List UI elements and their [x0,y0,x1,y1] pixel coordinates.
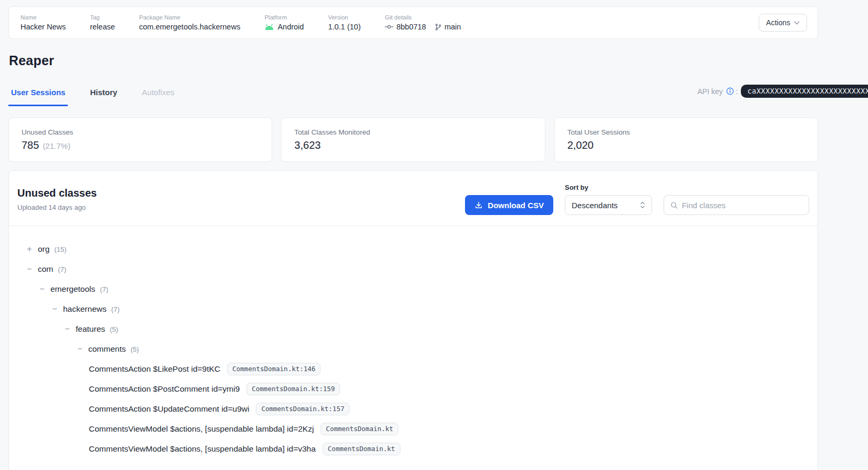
field-value: Hacker News [20,23,66,31]
tab-user-sessions[interactable]: User Sessions [8,88,68,106]
field-value-text: Hacker News [20,23,66,31]
package-name: features [76,324,105,334]
build-info-field: Package Namecom.emergetools.hackernews [139,14,241,31]
source-file-badge[interactable]: CommentsDomain.kt:157 [256,403,349,415]
android-icon [264,24,274,30]
stat-card: Total Classes Monitored3,623 [281,117,545,162]
tab-autofixes[interactable]: Autofixes [139,88,177,106]
source-file-badge[interactable]: CommentsDomain.kt [321,423,398,435]
field-value: release [90,23,115,31]
source-file-badge[interactable]: CommentsDomain.kt [323,443,400,455]
download-icon [474,201,483,209]
class-name: CommentsAction $UpdateComment id=u9wi [89,404,249,414]
download-csv-button[interactable]: Download CSV [465,195,553,215]
class-name: CommentsViewModel $actions, [suspendable… [89,444,316,454]
panel-title-block: Unused classes Uploaded 14 days ago [17,187,97,211]
collapse-toggle-icon[interactable]: − [38,284,46,294]
class-name: CommentsAction $PostComment id=ymi9 [89,384,240,394]
tree-leaf-row: CommentsAction $PostComment id=ymi9Comme… [26,379,809,399]
stat-suffix: (21.7%) [43,141,70,150]
download-csv-label: Download CSV [488,201,544,210]
field-label: Platform [264,14,304,21]
git-commit-hash: 8bb0718 [396,23,426,31]
tree-leaf-row: CommentsViewModel $actions, [suspendable… [26,419,809,439]
field-value: Android [264,23,304,31]
tab-history[interactable]: History [87,88,120,106]
tree-branch-row: −com(7) [26,259,809,279]
field-label: Git details [385,14,461,21]
expand-toggle-icon[interactable]: + [26,244,33,254]
field-value-text: Android [277,23,304,31]
git-branch-icon [435,23,442,31]
field-value-text: com.emergetools.hackernews [139,23,241,31]
descendant-count: (7) [100,285,108,293]
build-info-fields: NameHacker NewsTagreleasePackage Namecom… [20,14,461,31]
tree-leaf-row: CommentsViewModel $actions, [suspendable… [26,439,809,459]
tree-branch-row: −emergetools(7) [26,279,809,299]
field-label: Tag [90,14,115,21]
class-name: CommentsViewModel $actions, [suspendable… [89,424,314,434]
panel-header: Unused classes Uploaded 14 days ago Down… [9,171,818,226]
tree-leaf-row: CommentsAction $LikePost id=9tKCComments… [26,359,809,379]
find-classes-search[interactable] [664,195,809,215]
package-name: comments [88,344,126,354]
tree-branch-row: −hackernews(7) [26,299,809,319]
panel-subtitle: Uploaded 14 days ago [17,203,97,211]
build-info-field: Version1.0.1 (10) [328,14,360,31]
api-key-colon: : [736,87,738,96]
stat-label: Total User Sessions [567,128,805,136]
collapse-toggle-icon[interactable]: − [51,304,58,314]
build-info-field: NameHacker News [20,14,66,31]
collapse-toggle-icon[interactable]: − [76,344,84,354]
stat-card: Unused Classes785(21.7%) [8,117,272,162]
descendant-count: (5) [131,345,139,353]
sort-group: Sort by Descendants [565,183,652,215]
stat-label: Total Classes Monitored [294,128,532,136]
tree-leaf-row: CommentsAction $UpdateComment id=u9wiCom… [26,399,809,419]
sort-by-label: Sort by [565,183,652,191]
sort-select[interactable]: Descendants [565,195,652,215]
panel-controls: Download CSV Sort by Descendants [465,183,809,215]
descendant-count: (15) [54,246,66,253]
actions-button[interactable]: Actions [759,14,807,32]
search-input[interactable] [682,201,802,210]
tree-branch-row: −comments(5) [26,339,809,359]
git-commit: 8bb0718 [385,23,426,31]
field-value: com.emergetools.hackernews [139,23,241,31]
class-name: CommentsAction $LikePost id=9tKC [89,364,220,374]
stat-value: 785 [22,139,39,151]
source-file-badge[interactable]: CommentsDomain.kt:146 [227,363,321,375]
descendant-count: (7) [111,305,120,313]
field-value: 8bb0718 main [385,23,461,31]
package-name: hackernews [63,304,107,314]
stat-value: 3,623 [294,139,321,151]
sort-select-value: Descendants [572,201,618,210]
stat-value-row: 785(21.7%) [22,139,259,151]
tree-branch-row: +org(15) [26,239,809,259]
stat-value-row: 3,623 [294,139,532,151]
git-details-values: 8bb0718 main [385,23,461,31]
git-branch: main [435,23,461,31]
package-name: emergetools [50,284,95,294]
collapse-toggle-icon[interactable]: − [64,324,71,334]
info-icon[interactable] [726,87,734,95]
package-name: org [38,244,49,254]
api-key-value[interactable]: caXXXXXXXXXXXXXXXXXXXXXXXXXXXXXXXXXX [741,85,868,98]
field-value: 1.0.1 (10) [328,23,360,31]
collapse-toggle-icon[interactable]: − [26,264,33,274]
source-file-badge[interactable]: CommentsDomain.kt:159 [246,383,340,395]
unused-classes-panel: Unused classes Uploaded 14 days ago Down… [8,170,818,470]
descendant-count: (7) [58,265,66,273]
class-tree: +org(15)−com(7)−emergetools(7)−hackernew… [9,226,818,470]
stat-card: Total User Sessions2,020 [554,117,818,162]
build-info-bar: NameHacker NewsTagreleasePackage Namecom… [8,6,818,39]
build-info-field: Tagrelease [90,14,115,31]
tabs-row: User SessionsHistoryAutofixes API key : … [8,88,868,106]
field-label: Package Name [139,14,241,21]
chevron-down-icon [794,21,800,25]
stat-label: Unused Classes [22,128,259,136]
field-value-text: 1.0.1 (10) [328,23,360,31]
build-info-field: Platform Android [264,14,304,31]
tree-branch-row: −features(5) [26,319,809,339]
build-info-field: Git details 8bb0718 main [385,14,461,31]
